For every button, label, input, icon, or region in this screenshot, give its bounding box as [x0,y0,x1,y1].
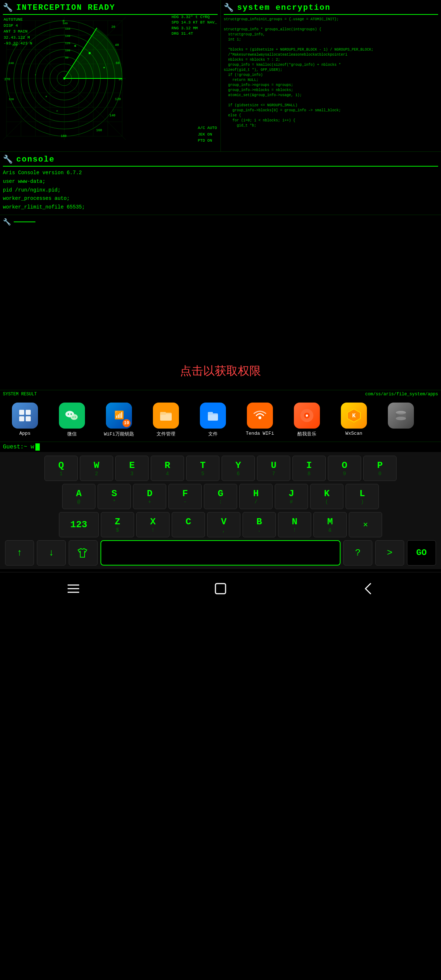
svg-rect-52 [19,410,24,415]
key-n[interactable]: N! [278,512,311,537]
key-p[interactable]: P0 [363,456,396,481]
key-q[interactable]: Q1 [45,456,78,481]
key-tshirt[interactable] [68,540,97,566]
svg-point-31 [56,110,58,112]
key-g[interactable]: G: [204,484,237,509]
svg-point-78 [396,411,406,414]
app-icon-files-blue [200,402,226,429]
key-x[interactable]: X! [136,512,170,537]
svg-text:♪: ♪ [306,414,308,418]
command-input[interactable] [100,540,341,566]
key-d[interactable]: D+ [133,484,166,509]
svg-point-27 [103,67,105,68]
svg-point-58 [70,414,72,415]
nav-home-button[interactable] [206,580,235,598]
key-j[interactable]: J# [275,484,308,509]
key-f[interactable]: F- [169,484,202,509]
svg-text:270: 270 [4,78,10,81]
kb-row-1: Q1 W2 E3 R4 T5 Y6 U7 I8 O9 P0 [2,456,439,481]
key-v[interactable]: V, [207,512,240,537]
key-u[interactable]: U7 [257,456,290,481]
svg-rect-67 [208,412,213,415]
wrench-icon-3: 🔧 [3,155,13,164]
svg-rect-54 [19,416,24,422]
svg-text:140: 140 [65,34,70,38]
app-label-files-orange: 文件管理 [156,431,175,437]
app-item-music[interactable]: ♪ 酷我音乐 [283,401,330,439]
app-icon-music: ♪ [294,402,320,429]
app-icon-apps [12,402,38,429]
app-icon-files-orange [153,402,179,429]
key-c[interactable]: C` [172,512,205,537]
svg-text:40: 40 [115,43,119,47]
console-content: Aris Console version 6.7.2 user www-data… [3,169,438,212]
kb-row-2: A@ S* D+ F- G: H/ J# K( L) [2,484,439,509]
key-i[interactable]: I8 [293,456,326,481]
key-t[interactable]: T5 [186,456,220,481]
svg-rect-63 [160,414,172,421]
key-o[interactable]: O9 [328,456,361,481]
app-label-wxscan: WxScan [345,431,363,436]
nav-menu-button[interactable] [59,580,88,598]
app-item-files-orange[interactable]: 文件管理 [142,401,189,439]
svg-text:240: 240 [9,61,14,65]
middle-prompt: 🔧 [3,218,438,226]
key-e[interactable]: E3 [115,456,148,481]
key-k[interactable]: K( [310,484,343,509]
key-s[interactable]: S* [97,484,131,509]
guest-prompt: Guest:~ w [0,442,441,452]
key-z[interactable]: Z$ [101,512,134,537]
key-r[interactable]: R4 [151,456,184,481]
key-a[interactable]: A@ [62,484,96,509]
top-section: 🔧 INTERCEPTION READY AUTOTUNE DISP 4 ANT… [0,0,441,152]
svg-text:120: 120 [65,41,70,45]
app-label-wifi: WiFi万能钥匙 [104,431,134,437]
radar-coord2: -93.32.423 N [4,40,32,47]
app-icons-row: Apps 微信 📶 10 WiFi万能钥匙 [0,398,441,442]
svg-point-28 [75,45,76,47]
key-question[interactable]: ? [343,540,372,566]
key-b[interactable]: B. [242,512,276,537]
svg-text:180: 180 [61,134,67,138]
key-go[interactable]: GO [407,540,436,566]
kb-row-3: 123 Z$ X! C` V, B. N! M& ✕ [2,512,439,537]
app-item-wechat[interactable]: 微信 [48,401,96,439]
wrench-icon-2: 🔧 [224,3,234,13]
app-item-files-blue[interactable]: 文件 [189,401,236,439]
svg-rect-66 [208,415,218,421]
app-item-apps[interactable]: Apps [2,401,48,439]
key-greater-than[interactable]: > [375,540,404,566]
prompt-line [14,221,35,222]
key-l[interactable]: L) [345,484,379,509]
key-123[interactable]: 123 [59,512,99,537]
app-item-wxscan[interactable]: K WxScan [330,401,377,439]
permission-text[interactable]: 点击以获取权限 [0,352,441,390]
key-up[interactable]: ↑ [5,540,34,566]
svg-text:140: 140 [110,114,115,118]
guest-text: Guest:~ w [3,444,34,450]
key-delete[interactable]: ✕ [349,512,382,537]
nav-back-button[interactable] [353,580,382,598]
svg-text:100: 100 [65,49,70,52]
cursor [35,443,40,450]
svg-rect-64 [160,412,166,415]
app-item-db[interactable] [377,401,424,439]
app-item-wifi[interactable]: 📶 10 WiFi万能钥匙 [96,401,142,439]
key-w[interactable]: W2 [80,456,113,481]
radar-stats: HDG 3.32° t CYRQ SPD 14.3 KT BT NAV_ RNG… [172,14,217,37]
radar-panel: 🔧 INTERCEPTION READY AUTOTUNE DISP 4 ANT… [0,0,221,151]
svg-text:150: 150 [65,27,70,30]
radar-autotune: AUTOTUNE [4,17,32,23]
key-m[interactable]: M& [314,512,347,537]
key-h[interactable]: H/ [239,484,272,509]
svg-text:340: 340 [62,22,68,25]
radar-bottom-info: A/C AUTO JEK ON PTD ON [198,125,217,144]
app-item-tenda[interactable]: Tenda WIFi [236,401,283,439]
interception-title: 🔧 INTERCEPTION READY [3,3,218,15]
code-content: structgroup_infoinit_groups = {.usage = … [224,17,438,128]
key-y[interactable]: Y6 [221,456,255,481]
app-label-apps: Apps [19,431,30,436]
svg-text:K: K [352,413,356,419]
key-down[interactable]: ↓ [37,540,66,566]
wrench-icon: 🔧 [3,3,13,13]
